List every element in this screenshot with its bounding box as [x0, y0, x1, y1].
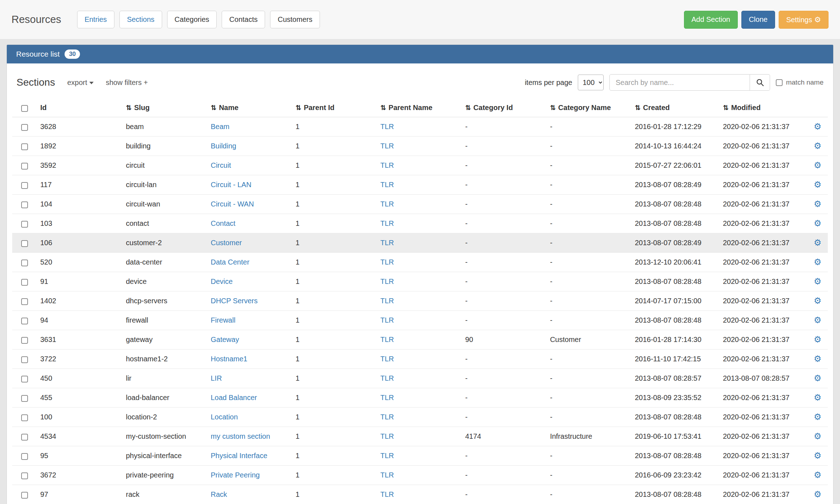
- row-checkbox[interactable]: [21, 434, 28, 441]
- row-checkbox[interactable]: [21, 124, 28, 131]
- name-link[interactable]: Rack: [211, 490, 227, 498]
- parent-name-link[interactable]: TLR: [380, 471, 394, 479]
- nav-button-entries[interactable]: Entries: [77, 11, 114, 28]
- row-settings-gear-icon[interactable]: ⚙: [814, 218, 822, 228]
- items-per-page-select[interactable]: 100: [578, 75, 604, 90]
- nav-button-categories[interactable]: Categories: [167, 11, 217, 28]
- row-settings-gear-icon[interactable]: ⚙: [814, 451, 822, 460]
- match-name-option[interactable]: match name: [776, 79, 824, 86]
- row-checkbox[interactable]: [21, 143, 28, 150]
- row-checkbox[interactable]: [21, 337, 28, 344]
- parent-name-link[interactable]: TLR: [380, 161, 394, 169]
- name-link[interactable]: Circuit: [211, 161, 231, 169]
- row-settings-gear-icon[interactable]: ⚙: [814, 122, 822, 131]
- search-button[interactable]: [750, 74, 770, 91]
- row-checkbox[interactable]: [21, 376, 28, 382]
- row-settings-gear-icon[interactable]: ⚙: [814, 160, 822, 170]
- name-link[interactable]: Device: [211, 277, 232, 285]
- row-settings-gear-icon[interactable]: ⚙: [814, 141, 822, 151]
- row-checkbox[interactable]: [21, 395, 28, 402]
- nav-button-sections[interactable]: Sections: [119, 11, 162, 28]
- row-settings-gear-icon[interactable]: ⚙: [814, 489, 822, 499]
- clone-button[interactable]: Clone: [741, 11, 775, 29]
- nav-button-contacts[interactable]: Contacts: [222, 11, 265, 28]
- export-dropdown[interactable]: export: [67, 79, 94, 87]
- row-checkbox[interactable]: [21, 472, 28, 479]
- row-checkbox[interactable]: [21, 298, 28, 305]
- row-settings-gear-icon[interactable]: ⚙: [814, 296, 822, 305]
- column-header-parent-name[interactable]: ⇅Parent Name: [377, 98, 461, 117]
- name-link[interactable]: Load Balancer: [211, 394, 257, 401]
- name-link[interactable]: Gateway: [211, 336, 239, 343]
- search-input[interactable]: [609, 74, 750, 91]
- row-settings-gear-icon[interactable]: ⚙: [814, 238, 822, 247]
- column-header-category-id[interactable]: ⇅Category Id: [462, 98, 546, 117]
- row-checkbox[interactable]: [21, 182, 28, 189]
- name-link[interactable]: Building: [211, 142, 236, 150]
- parent-name-link[interactable]: TLR: [380, 142, 394, 150]
- row-checkbox[interactable]: [21, 260, 28, 266]
- name-link[interactable]: Circuit - WAN: [211, 200, 254, 208]
- column-header-modified[interactable]: ⇅Modified: [719, 98, 807, 117]
- name-link[interactable]: Beam: [211, 123, 229, 130]
- row-checkbox[interactable]: [21, 240, 28, 247]
- name-link[interactable]: LIR: [211, 374, 222, 382]
- parent-name-link[interactable]: TLR: [380, 394, 394, 401]
- show-filters-link[interactable]: show filters +: [106, 79, 148, 87]
- row-checkbox[interactable]: [21, 318, 28, 324]
- name-link[interactable]: my custom section: [211, 432, 270, 440]
- row-settings-gear-icon[interactable]: ⚙: [814, 334, 822, 344]
- row-settings-gear-icon[interactable]: ⚙: [814, 315, 822, 325]
- name-link[interactable]: Hostname1: [211, 355, 247, 363]
- parent-name-link[interactable]: TLR: [380, 336, 394, 343]
- parent-name-link[interactable]: TLR: [380, 258, 394, 266]
- name-link[interactable]: DHCP Servers: [211, 297, 258, 305]
- row-checkbox[interactable]: [21, 163, 28, 170]
- column-header-parent-id[interactable]: ⇅Parent Id: [292, 98, 377, 117]
- select-all-checkbox[interactable]: [21, 105, 28, 112]
- row-settings-gear-icon[interactable]: ⚙: [814, 373, 822, 383]
- column-header-slug[interactable]: ⇅Slug: [122, 98, 207, 117]
- row-checkbox[interactable]: [21, 356, 28, 363]
- parent-name-link[interactable]: TLR: [380, 123, 394, 130]
- name-link[interactable]: Location: [211, 413, 238, 421]
- name-link[interactable]: Physical Interface: [211, 452, 267, 460]
- parent-name-link[interactable]: TLR: [380, 355, 394, 363]
- nav-button-customers[interactable]: Customers: [270, 11, 320, 28]
- row-settings-gear-icon[interactable]: ⚙: [814, 412, 822, 422]
- name-link[interactable]: Contact: [211, 219, 235, 227]
- row-settings-gear-icon[interactable]: ⚙: [814, 431, 822, 441]
- parent-name-link[interactable]: TLR: [380, 374, 394, 382]
- name-link[interactable]: Circuit - LAN: [211, 181, 251, 189]
- parent-name-link[interactable]: TLR: [380, 200, 394, 208]
- row-checkbox[interactable]: [21, 453, 28, 460]
- row-settings-gear-icon[interactable]: ⚙: [814, 393, 822, 402]
- row-checkbox[interactable]: [21, 492, 28, 499]
- parent-name-link[interactable]: TLR: [380, 432, 394, 440]
- row-settings-gear-icon[interactable]: ⚙: [814, 257, 822, 267]
- row-checkbox[interactable]: [21, 201, 28, 208]
- column-header-category-name[interactable]: ⇅Category Name: [546, 98, 631, 117]
- row-settings-gear-icon[interactable]: ⚙: [814, 354, 822, 363]
- parent-name-link[interactable]: TLR: [380, 219, 394, 227]
- row-checkbox[interactable]: [21, 414, 28, 421]
- name-link[interactable]: Private Peering: [211, 471, 260, 479]
- name-link[interactable]: Firewall: [211, 316, 235, 324]
- parent-name-link[interactable]: TLR: [380, 490, 394, 498]
- row-settings-gear-icon[interactable]: ⚙: [814, 470, 822, 480]
- parent-name-link[interactable]: TLR: [380, 413, 394, 421]
- parent-name-link[interactable]: TLR: [380, 181, 394, 189]
- row-settings-gear-icon[interactable]: ⚙: [814, 180, 822, 189]
- column-header-created[interactable]: ⇅Created: [631, 98, 719, 117]
- parent-name-link[interactable]: TLR: [380, 239, 394, 247]
- row-settings-gear-icon[interactable]: ⚙: [814, 199, 822, 209]
- column-header-name[interactable]: ⇅Name: [207, 98, 292, 117]
- name-link[interactable]: Customer: [211, 239, 242, 247]
- settings-button[interactable]: Settings⚙: [779, 11, 829, 29]
- parent-name-link[interactable]: TLR: [380, 297, 394, 305]
- row-checkbox[interactable]: [21, 279, 28, 286]
- name-link[interactable]: Data Center: [211, 258, 249, 266]
- row-settings-gear-icon[interactable]: ⚙: [814, 276, 822, 286]
- parent-name-link[interactable]: TLR: [380, 316, 394, 324]
- add-section-button[interactable]: Add Section: [684, 11, 738, 29]
